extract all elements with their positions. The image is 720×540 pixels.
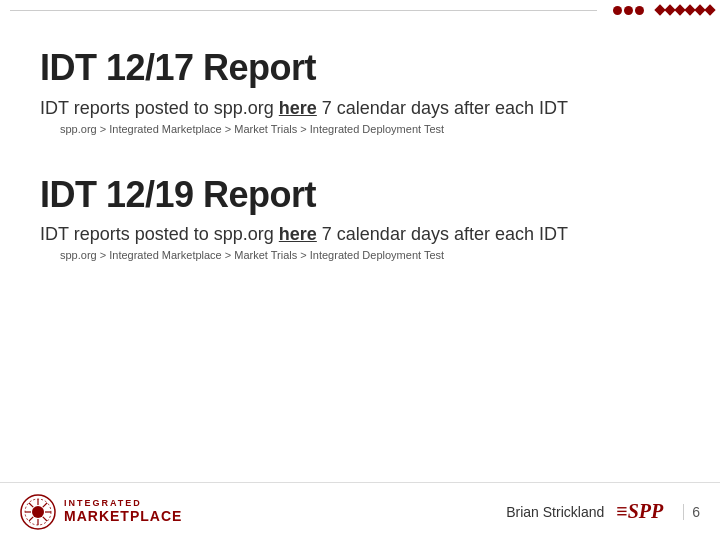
logo-marketplace-text: MARKETPLACE [64,509,182,524]
report-2-desc-suffix: 7 calendar days after each IDT [317,224,568,244]
report-1-breadcrumb: spp.org > Integrated Marketplace > Marke… [60,123,680,135]
svg-line-10 [29,516,33,520]
report-1-link[interactable]: here [279,98,317,118]
report-1-section: IDT 12/17 Report IDT reports posted to s… [40,48,680,135]
report-2-description: IDT reports posted to spp.org here 7 cal… [40,224,680,245]
report-2-title: IDT 12/19 Report [40,175,680,215]
deco-diamonds [650,6,720,14]
report-2-link[interactable]: here [279,224,317,244]
deco-line-left [10,10,597,11]
report-1-desc-suffix: 7 calendar days after each IDT [317,98,568,118]
logo-text: INTEGRATED MARKETPLACE [64,499,182,524]
svg-line-8 [43,516,47,520]
report-1-title: IDT 12/17 Report [40,48,680,88]
report-1-description: IDT reports posted to spp.org here 7 cal… [40,98,680,119]
deco-circle-1 [613,6,622,15]
main-content: IDT 12/17 Report IDT reports posted to s… [40,20,680,480]
deco-circles [607,6,650,15]
footer-right: Brian Strickland ≡SPP 6 [506,500,700,523]
svg-line-9 [43,503,47,507]
logo-area: INTEGRATED MARKETPLACE [20,494,182,530]
deco-diamond-6 [704,4,715,15]
footer: INTEGRATED MARKETPLACE Brian Strickland … [0,482,720,540]
page-number: 6 [683,504,700,520]
report-2-breadcrumb: spp.org > Integrated Marketplace > Marke… [60,249,680,261]
report-2-desc-prefix: IDT reports posted to spp.org [40,224,279,244]
decorative-top-bar [0,0,720,20]
spp-logo: ≡SPP [616,500,663,523]
spp-text: ≡SPP [616,500,663,523]
report-2-section: IDT 12/19 Report IDT reports posted to s… [40,175,680,262]
report-1-desc-prefix: IDT reports posted to spp.org [40,98,279,118]
deco-circle-2 [624,6,633,15]
svg-point-2 [32,506,44,518]
logo-emblem-icon [20,494,56,530]
presenter-name: Brian Strickland [506,504,604,520]
deco-circle-3 [635,6,644,15]
svg-line-7 [29,503,33,507]
